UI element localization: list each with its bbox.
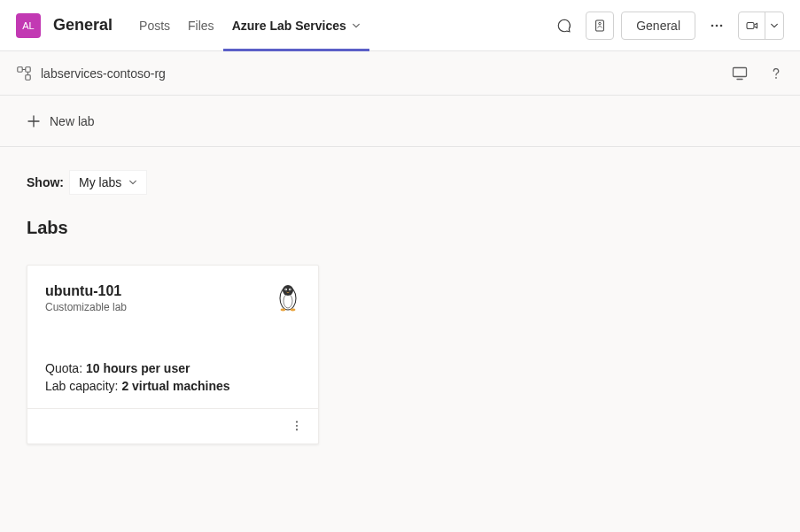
lab-card-head: ubuntu-101 Customizable lab [45, 283, 300, 313]
tab-files[interactable]: Files [179, 0, 223, 50]
filter-selected: My labs [79, 175, 121, 189]
video-icon[interactable] [739, 12, 765, 39]
lab-name: ubuntu-101 [45, 283, 127, 299]
tab-label: Posts [139, 19, 170, 33]
svg-rect-7 [26, 66, 30, 71]
chevron-down-icon[interactable] [765, 12, 783, 39]
notes-icon[interactable] [586, 12, 614, 40]
svg-rect-8 [26, 74, 30, 79]
section-title: Labs [27, 218, 773, 238]
lab-more-button[interactable] [283, 412, 311, 440]
svg-point-2 [711, 24, 714, 27]
general-button[interactable]: General [621, 12, 695, 40]
svg-point-1 [599, 22, 602, 25]
lab-subtitle: Customizable lab [45, 301, 127, 313]
svg-point-18 [281, 309, 286, 312]
chevron-down-icon [352, 21, 361, 30]
content: Show: My labs Labs ubuntu-101 Customizab… [0, 147, 800, 532]
svg-point-13 [283, 285, 293, 296]
svg-point-22 [296, 428, 298, 430]
resource-group-name[interactable]: labservices-contoso-rg [41, 66, 166, 81]
more-vertical-icon [291, 420, 303, 432]
new-lab-label: New lab [50, 114, 95, 128]
lab-capacity: Lab capacity: 2 virtual machines [45, 377, 300, 395]
svg-point-19 [291, 309, 296, 312]
help-icon[interactable] [768, 66, 784, 81]
more-options-icon[interactable] [703, 12, 731, 40]
toolbar: New lab [0, 96, 800, 147]
header-actions: General [550, 12, 784, 40]
capacity-label: Lab capacity: [45, 379, 121, 393]
svg-rect-0 [596, 20, 604, 31]
new-lab-button[interactable]: New lab [27, 114, 95, 128]
lab-quota: Quota: 10 hours per user [45, 359, 300, 377]
tab-label: Files [188, 19, 214, 33]
tab-azure-lab-services[interactable]: Azure Lab Services [223, 0, 369, 50]
filter-select[interactable]: My labs [69, 170, 147, 195]
penguin-icon [276, 283, 300, 312]
tab-label: Azure Lab Services [232, 19, 346, 33]
tabs: Posts Files Azure Lab Services [130, 0, 369, 50]
lab-details: Quota: 10 hours per user Lab capacity: 2… [45, 359, 300, 396]
chevron-down-icon [128, 178, 137, 187]
svg-point-12 [283, 294, 292, 308]
svg-point-10 [775, 77, 777, 79]
avatar: AL [16, 13, 41, 38]
meet-button [738, 12, 784, 40]
channel-name[interactable]: General [53, 16, 113, 35]
chat-icon[interactable] [550, 12, 579, 40]
teams-header: AL General Posts Files Azure Lab Service… [0, 0, 800, 51]
monitor-icon[interactable] [731, 65, 749, 82]
quota-value: 10 hours per user [86, 361, 190, 375]
lab-card-footer [27, 408, 318, 443]
subheader-actions [731, 65, 784, 82]
svg-rect-9 [734, 67, 747, 76]
tab-posts[interactable]: Posts [130, 0, 179, 50]
resource-group-icon [16, 66, 32, 81]
plus-icon [27, 114, 41, 128]
svg-point-17 [290, 289, 291, 290]
subheader: labservices-contoso-rg [0, 51, 800, 96]
capacity-value: 2 virtual machines [121, 379, 229, 393]
svg-rect-6 [18, 66, 22, 71]
quota-label: Quota: [45, 361, 86, 375]
lab-card-body: ubuntu-101 Customizable lab [27, 266, 318, 408]
svg-point-21 [296, 425, 298, 427]
svg-point-4 [720, 24, 723, 27]
filter-label: Show: [27, 175, 64, 189]
svg-point-20 [296, 421, 298, 423]
svg-point-16 [285, 289, 286, 290]
svg-rect-5 [747, 22, 754, 28]
filter-row: Show: My labs [27, 170, 773, 195]
svg-point-3 [716, 24, 718, 27]
lab-card[interactable]: ubuntu-101 Customizable lab [27, 265, 319, 444]
